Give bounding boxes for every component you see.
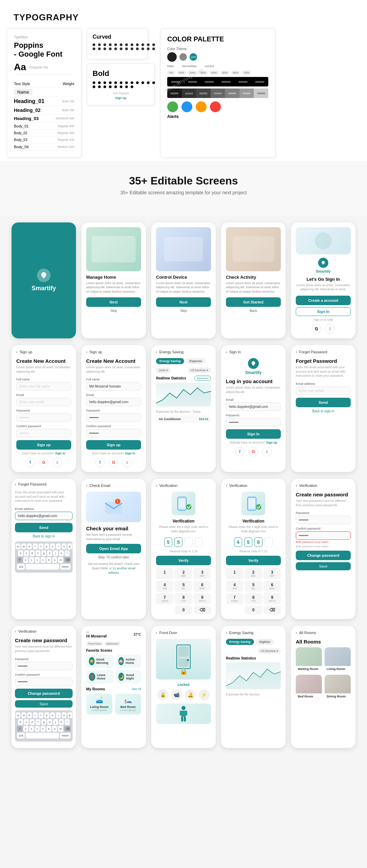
key-w[interactable]: w <box>21 544 26 549</box>
check-activity-back[interactable]: Back <box>226 309 281 313</box>
np-9[interactable]: 9WXYZ <box>264 593 281 604</box>
fb-icon[interactable]: f <box>25 458 35 467</box>
k2-h[interactable]: h <box>47 719 52 725</box>
k2-e[interactable]: e <box>27 712 32 718</box>
key-f[interactable]: f <box>36 550 40 556</box>
google-icon4[interactable]: G <box>249 447 258 456</box>
key-u[interactable]: u <box>50 544 55 549</box>
verify1-btn[interactable]: Verify <box>156 556 211 565</box>
otp-a2[interactable]: 5 <box>244 537 252 547</box>
k2-b[interactable]: b <box>46 726 51 732</box>
key-123[interactable]: 123 <box>17 564 25 570</box>
key-z[interactable]: z <box>23 557 28 563</box>
np-3[interactable]: 3DEF <box>264 568 281 579</box>
newpass-input[interactable]: •••••••• <box>296 516 351 524</box>
email-input2[interactable]: hello.dopplee@gmail.com <box>86 398 141 406</box>
key-l[interactable]: l <box>65 550 70 556</box>
tab-expense[interactable]: Expense <box>186 358 206 364</box>
change-password-btn[interactable]: Change password <box>296 551 351 560</box>
room-dining[interactable]: Dining Room <box>325 675 351 699</box>
sign-in-btn[interactable]: Sign In <box>296 307 351 316</box>
key-y[interactable]: y <box>44 544 49 549</box>
scene-morning[interactable]: ☀️ Good Morning <box>86 654 114 668</box>
email-input[interactable]: Enter your email <box>16 398 71 406</box>
back-signin-kb[interactable]: Back to sign in <box>15 534 73 538</box>
key-7[interactable]: 7PQRS <box>156 593 173 604</box>
otp-a3[interactable]: 6 <box>254 537 263 547</box>
scene-night[interactable]: 🌙 Good Night <box>116 670 141 684</box>
key-5[interactable]: 5JKL <box>175 580 192 592</box>
np-5[interactable]: 5JKL <box>245 580 262 592</box>
pass-kb-input[interactable]: •••••••• <box>15 662 73 670</box>
signin-link2[interactable]: Sign in <box>125 452 135 455</box>
key-return[interactable]: return <box>60 564 71 570</box>
manage-home-next-btn[interactable]: Next <box>86 297 141 307</box>
signin-link[interactable]: Sign in <box>55 452 65 455</box>
k2-m[interactable]: m <box>58 726 63 732</box>
scene-leave[interactable]: 🚪 Leave Home <box>86 670 114 684</box>
key-b[interactable]: b <box>46 557 51 563</box>
ctrl-bell[interactable]: 🔔 <box>185 689 196 700</box>
otp-a4[interactable] <box>265 537 273 547</box>
ctrl-power[interactable]: ⚡ <box>199 689 210 700</box>
k2-shift[interactable]: ⇧ <box>17 726 22 732</box>
change-pass-kb-btn[interactable]: Change password <box>15 689 73 698</box>
k2-w[interactable]: w <box>21 712 26 718</box>
key-a[interactable]: a <box>18 550 23 556</box>
conf-pass-input[interactable]: •••••••• <box>16 429 71 437</box>
signup-link[interactable]: Sign up <box>266 441 277 444</box>
key-2[interactable]: 2ABC <box>175 568 192 579</box>
k2-x[interactable]: x <box>29 726 34 732</box>
k2-123[interactable]: 123 <box>17 733 25 738</box>
control-device-skip[interactable]: Skip <box>156 309 211 313</box>
np-1[interactable]: 1 <box>226 568 243 579</box>
save-btn[interactable]: Save <box>296 562 351 570</box>
key-8[interactable]: 8TUV <box>175 593 192 604</box>
np-bs[interactable]: ⌫ <box>264 606 281 614</box>
signup1-btn[interactable]: Sign up <box>16 440 71 450</box>
verify2-btn[interactable]: Verify <box>226 556 281 565</box>
check-activity-btn[interactable]: Get Started <box>226 297 281 307</box>
k2-c[interactable]: c <box>35 726 40 732</box>
np-2[interactable]: 2ABC <box>245 568 262 579</box>
k2-j[interactable]: j <box>53 719 58 725</box>
key-delete[interactable]: ⌫ <box>64 557 71 563</box>
key-d[interactable]: d <box>30 550 35 556</box>
otp-2[interactable]: 5 <box>174 537 182 547</box>
key-p[interactable]: p <box>67 544 72 549</box>
apple-icon2[interactable]:  <box>53 458 62 467</box>
google-icon2[interactable]: G <box>39 458 49 467</box>
forgot-kb-email-input[interactable]: hello.dopplee@gmail.com <box>15 512 73 520</box>
key-j[interactable]: j <box>53 550 58 556</box>
conf-pass-input2[interactable]: •••••••• <box>86 429 141 437</box>
key-4[interactable]: 4GHI <box>156 580 173 592</box>
room-living[interactable]: Living Room <box>325 647 351 672</box>
bed-room-card[interactable]: 🛏️ Bed Room Lorem ipsum <box>115 694 141 714</box>
google-icon3[interactable]: G <box>109 458 118 467</box>
k2-k[interactable]: k <box>59 719 64 725</box>
key-0[interactable]: 0 <box>175 606 192 614</box>
room-waiting[interactable]: Waiting Room <box>296 647 322 672</box>
k2-q[interactable]: q <box>16 712 20 718</box>
tab2-digitize[interactable]: Digitize <box>256 639 274 645</box>
key-g[interactable]: g <box>41 550 46 556</box>
apple-icon3[interactable]:  <box>122 458 132 467</box>
key-s[interactable]: s <box>24 550 29 556</box>
control-device-next-btn[interactable]: Next <box>156 297 211 307</box>
key-e[interactable]: e <box>27 544 32 549</box>
forgot-send-btn[interactable]: Send <box>296 398 351 407</box>
key-n[interactable]: n <box>52 557 57 563</box>
k2-u[interactable]: u <box>50 712 55 718</box>
otp-a1[interactable]: 4 <box>234 537 242 547</box>
key-1[interactable]: 1 <box>156 568 173 579</box>
save-kb-btn[interactable]: Save <box>15 700 73 708</box>
otp-4[interactable] <box>195 537 203 547</box>
conf-pass-kb-input[interactable]: •••••••• <box>15 677 73 686</box>
month-filter[interactable]: June ▾ <box>156 368 171 373</box>
room-bed[interactable]: Bed Room <box>296 675 322 699</box>
k2-space[interactable] <box>26 733 59 738</box>
ctrl-lock[interactable]: 🔒 <box>157 689 168 700</box>
signup2-btn[interactable]: Sign up <box>86 440 141 450</box>
create-account-btn[interactable]: Create a account <box>296 296 351 305</box>
np-8[interactable]: 8TUV <box>245 593 262 604</box>
